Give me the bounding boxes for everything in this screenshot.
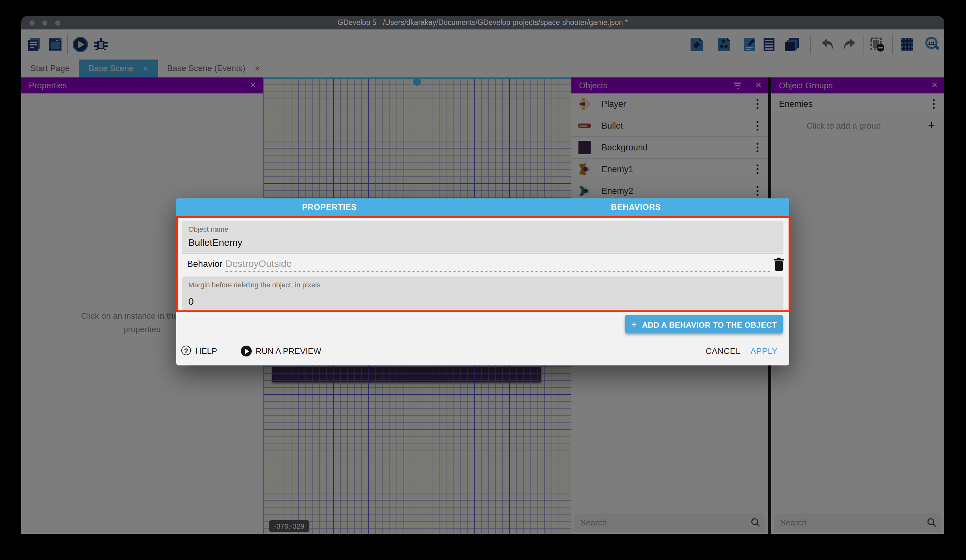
inactive-tab-underline	[176, 216, 482, 218]
dialog-tabs-header: PROPERTIES BEHAVIORS	[176, 198, 789, 216]
object-name-label: Object name	[188, 225, 228, 233]
delete-behavior-icon[interactable]	[773, 257, 785, 271]
cancel-button[interactable]: CANCEL	[706, 342, 741, 361]
help-button[interactable]: HELP	[196, 342, 217, 361]
object-name-value[interactable]: BulletEnemy	[188, 237, 242, 248]
titlebar: GDevelop 5 - /Users/dkarakay/Documents/G…	[21, 16, 944, 29]
apply-button[interactable]: APPLY	[751, 342, 778, 361]
dialog-tab-behaviors[interactable]: BEHAVIORS	[483, 198, 789, 216]
behavior-label: Behavior	[187, 259, 223, 269]
dialog-tab-properties[interactable]: PROPERTIES	[176, 198, 483, 216]
object-name-field[interactable]: Object name BulletEnemy	[182, 221, 784, 254]
behavior-underline	[225, 271, 771, 272]
run-preview-icon[interactable]	[241, 345, 252, 357]
screen: GDevelop 5 - /Users/dkarakay/Documents/G…	[0, 0, 966, 560]
window-title: GDevelop 5 - /Users/dkarakay/Documents/G…	[21, 16, 944, 29]
margin-value[interactable]: 0	[188, 296, 194, 306]
margin-field[interactable]: Margin before deleting the object, in pi…	[182, 277, 784, 312]
run-preview-button[interactable]: RUN A PREVIEW	[256, 342, 321, 361]
object-editor-dialog: PROPERTIES BEHAVIORS Object name BulletE…	[176, 198, 789, 365]
add-behavior-button[interactable]: +ADD A BEHAVIOR TO THE OBJECT	[625, 315, 783, 334]
active-tab-indicator	[482, 216, 789, 218]
plus-icon: +	[631, 319, 637, 329]
help-icon[interactable]: ?	[181, 345, 191, 355]
behavior-name-value[interactable]: DestroyOutside	[225, 258, 292, 269]
dialog-footer: ? HELP RUN A PREVIEW CANCEL APPLY	[176, 342, 789, 361]
margin-label: Margin before deleting the object, in pi…	[188, 281, 320, 289]
